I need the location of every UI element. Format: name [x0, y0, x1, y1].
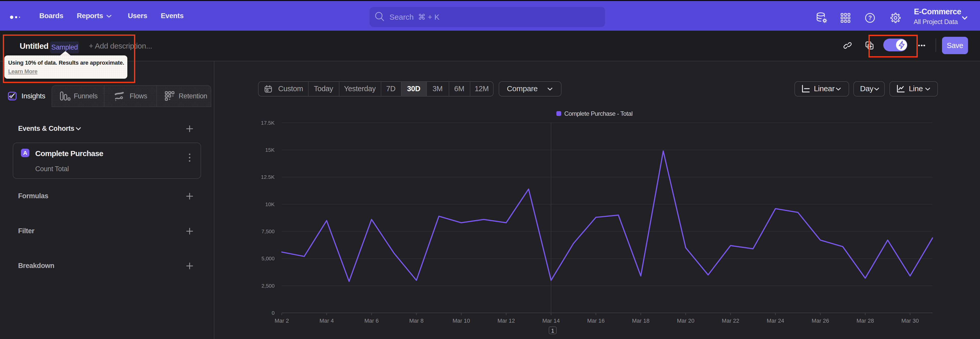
svg-text:Mar 16: Mar 16 [587, 318, 605, 324]
svg-text:5,000: 5,000 [261, 256, 275, 261]
svg-text:12.5K: 12.5K [261, 174, 275, 180]
svg-text:Mar 18: Mar 18 [632, 318, 649, 324]
svg-text:7,500: 7,500 [261, 229, 275, 234]
svg-text:0: 0 [272, 310, 275, 316]
svg-text:Mar 30: Mar 30 [901, 318, 919, 324]
svg-text:10K: 10K [265, 201, 275, 207]
svg-text:Mar 4: Mar 4 [320, 318, 334, 324]
svg-text:2,500: 2,500 [261, 283, 275, 289]
svg-text:Mar 8: Mar 8 [409, 318, 423, 324]
svg-text:Mar 24: Mar 24 [767, 318, 784, 324]
svg-text:15K: 15K [265, 147, 275, 153]
svg-text:Mar 10: Mar 10 [452, 318, 470, 324]
svg-text:Mar 22: Mar 22 [722, 318, 739, 324]
svg-text:17.5K: 17.5K [261, 120, 275, 126]
svg-text:Mar 26: Mar 26 [811, 318, 829, 324]
svg-text:Mar 2: Mar 2 [275, 318, 289, 324]
svg-text:Mar 12: Mar 12 [497, 318, 515, 324]
svg-text:Mar 6: Mar 6 [364, 318, 379, 324]
svg-text:Mar 28: Mar 28 [856, 318, 874, 324]
svg-text:Mar 14: Mar 14 [542, 318, 560, 324]
svg-text:Mar 20: Mar 20 [677, 318, 694, 324]
